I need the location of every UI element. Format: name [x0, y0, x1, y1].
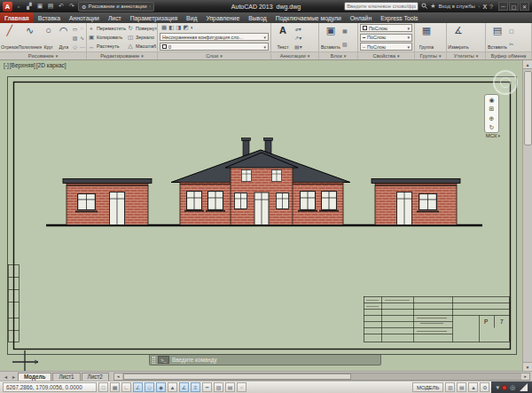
quick-view-drawings-icon[interactable]: ▤	[457, 382, 466, 392]
pan-icon[interactable]: ⊞	[489, 105, 495, 113]
rectangle-tool-icon[interactable]: ▭	[72, 25, 78, 33]
minimize-button[interactable]: ─	[498, 2, 508, 11]
object-snap-3d-toggle[interactable]: ▲	[168, 382, 177, 392]
help-icon[interactable]: ?	[489, 4, 493, 10]
mirror-button[interactable]: ◫Зеркало	[127, 33, 157, 42]
more-draw-icon[interactable]: ⋯	[79, 43, 85, 51]
tab-parametric[interactable]: Параметризация	[126, 12, 182, 23]
object-snap-tracking-toggle[interactable]: ∡	[179, 382, 189, 392]
orbit-icon[interactable]: ↻	[489, 123, 495, 131]
panel-layers-footer[interactable]: Слои▾	[158, 51, 270, 59]
hatch-tool-icon[interactable]: ▨	[72, 34, 78, 42]
spline-tool-icon[interactable]: ∿	[79, 34, 85, 42]
tab-model[interactable]: Модель	[18, 373, 51, 381]
panel-properties-footer[interactable]: Свойства▾	[358, 51, 414, 59]
model-space-button[interactable]: МОДЕЛЬ	[412, 382, 443, 392]
viewcube[interactable]	[493, 70, 518, 95]
workspace-switcher[interactable]: ⚙ Рисование и аннотации ▾	[78, 2, 154, 12]
new-file-button[interactable]: ▫	[14, 2, 23, 12]
insert-block-button[interactable]: ▣ Вставить	[320, 24, 341, 51]
open-file-button[interactable]: ▞	[25, 2, 34, 12]
navigation-wheel-icon[interactable]: ◉	[489, 96, 494, 104]
leader-tool-icon[interactable]: ↗▾	[294, 35, 302, 41]
workspace-gear-icon-status[interactable]: ⚙	[480, 382, 489, 392]
layout-scroll-right-icon[interactable]: ▸	[10, 373, 18, 380]
tab-plugins[interactable]: Подключаемые модули	[271, 12, 346, 23]
signin-chevron-icon[interactable]: ▾	[478, 4, 481, 9]
horizontal-scroll-thumb[interactable]	[123, 373, 352, 380]
signin-button[interactable]: Вход в службы	[438, 4, 475, 9]
layer-freeze-icon[interactable]: ◨	[176, 24, 181, 31]
tab-layout[interactable]: Лист	[104, 12, 126, 23]
undo-button[interactable]: ↶	[57, 2, 66, 12]
create-block-icon[interactable]: ▦	[342, 28, 348, 34]
snap-toggle[interactable]: ▦	[110, 382, 120, 392]
command-input[interactable]: Введите команду	[172, 357, 217, 363]
annotation-scale-icon[interactable]: ▲	[468, 382, 478, 392]
lineweight-dropdown[interactable]: ━ ПоСлою ▾	[360, 34, 412, 42]
paste-button[interactable]: ▤ Вставить	[487, 24, 508, 51]
current-layer-dropdown[interactable]: 0 ▾	[160, 43, 269, 51]
arc-button[interactable]: ◠ Дуга	[57, 24, 71, 51]
tab-view[interactable]: Вид	[182, 12, 201, 23]
infer-constraints-toggle[interactable]: □	[98, 382, 108, 392]
object-snap-toggle[interactable]: ◆	[156, 382, 166, 392]
vertical-scroll-thumb[interactable]	[524, 71, 532, 145]
view-control[interactable]: [Верхняя]	[10, 62, 35, 68]
layer-off-icon[interactable]: ◧	[168, 24, 174, 31]
layer-state-dropdown[interactable]: Несохраненная конфигурация сло... ▾	[160, 33, 269, 41]
favorites-star-icon[interactable]: ★	[430, 3, 435, 10]
tab-insert[interactable]: Вставка	[34, 12, 65, 23]
search-input[interactable]	[344, 2, 419, 11]
transparency-toggle[interactable]: ▤	[225, 382, 235, 392]
tab-home[interactable]: Главная	[0, 12, 34, 23]
tray-settings-icon[interactable]: ▾	[496, 384, 499, 391]
redo-button[interactable]: ↷	[67, 2, 76, 12]
panel-block-footer[interactable]: Блок▾	[319, 51, 357, 59]
panel-clipboard-footer[interactable]: Буфер обмена	[486, 51, 531, 59]
panel-modify-footer[interactable]: Редактирование▾	[87, 51, 157, 59]
command-line-grip[interactable]	[153, 357, 155, 364]
search-icon[interactable]	[421, 3, 427, 10]
drawing-area[interactable]: Р 7 [-] [Верхняя] [2D каркас] ◉ ⊞ ⊕ ↻ МС…	[0, 60, 532, 371]
save-button[interactable]: ▣	[35, 2, 44, 12]
grid-toggle[interactable]: ∟	[121, 382, 131, 392]
tab-online[interactable]: Онлайн	[346, 12, 376, 23]
scroll-right-icon[interactable]: ▸	[521, 373, 529, 380]
polyline-button[interactable]: ∿ Полилиния	[20, 24, 41, 51]
scroll-left-icon[interactable]: ◂	[114, 373, 122, 380]
line-button[interactable]: ╱ Отрезок	[1, 24, 19, 51]
tab-annotate[interactable]: Аннотации	[65, 12, 104, 23]
quick-properties-toggle[interactable]: ○	[237, 382, 246, 392]
application-menu-button[interactable]: A	[3, 2, 12, 12]
tab-manage[interactable]: Управление	[201, 12, 244, 23]
panel-groups-footer[interactable]: Группы▾	[415, 51, 446, 59]
panel-draw-footer[interactable]: Рисование▾	[0, 51, 86, 59]
maximize-button[interactable]: ▢	[509, 2, 519, 11]
layer-match-icon[interactable]: ◐	[191, 24, 194, 31]
scroll-down-icon[interactable]: ▼	[523, 362, 532, 371]
ortho-toggle[interactable]: ∠	[133, 382, 143, 392]
exchange-apps-icon[interactable]: X	[482, 4, 487, 10]
circle-button[interactable]: ○ Круг	[42, 24, 56, 51]
ellipse-tool-icon[interactable]: ◌	[79, 25, 85, 33]
wcs-dropdown[interactable]: МСК ▾	[486, 133, 500, 138]
cut-clip-icon[interactable]: ✂	[509, 41, 514, 47]
layer-properties-icon[interactable]: ▦	[161, 24, 167, 31]
zoom-icon[interactable]: ⊕	[489, 114, 495, 122]
coordinate-display[interactable]: 6267.2866, 1709.0056, 0.0000	[3, 382, 97, 392]
text-button[interactable]: A Текст	[272, 24, 293, 51]
panel-annotation-footer[interactable]: Аннотации▾	[271, 51, 318, 59]
scale-button[interactable]: △Масштаб	[127, 42, 157, 51]
polar-tracking-toggle[interactable]: ◇	[145, 382, 154, 392]
clean-screen-button[interactable]	[520, 383, 528, 391]
close-button[interactable]: ✕	[520, 2, 529, 11]
tab-output[interactable]: Вывод	[244, 12, 271, 23]
scroll-up-icon[interactable]: ▲	[523, 60, 532, 69]
panel-utilities-footer[interactable]: Утилиты▾	[447, 51, 485, 59]
layer-lock-icon[interactable]: ◩	[183, 24, 188, 31]
tab-sheet1[interactable]: Лист1	[52, 373, 80, 381]
rotate-button[interactable]: ↻Повернуть	[127, 24, 157, 33]
quick-view-layouts-icon[interactable]: ▥	[445, 382, 455, 392]
command-line[interactable]: >_ Введите команду	[149, 354, 381, 365]
